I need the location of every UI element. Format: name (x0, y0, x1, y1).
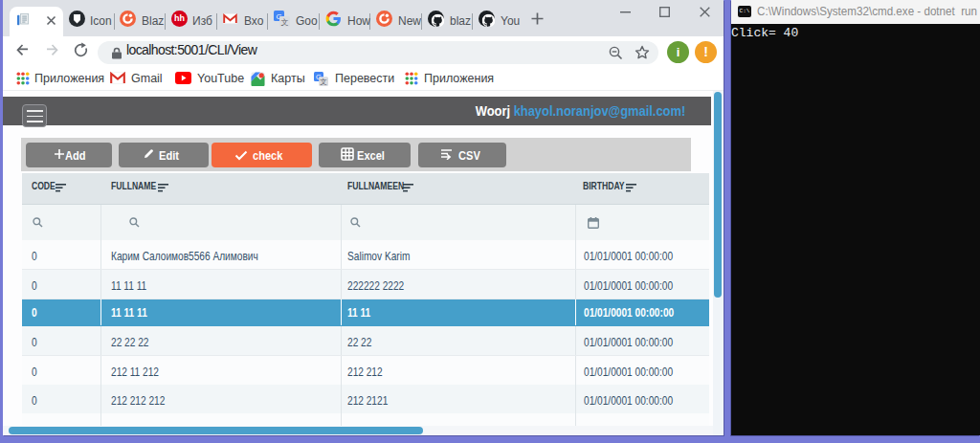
svg-text:文: 文 (320, 78, 327, 86)
svg-text:文: 文 (281, 18, 289, 27)
